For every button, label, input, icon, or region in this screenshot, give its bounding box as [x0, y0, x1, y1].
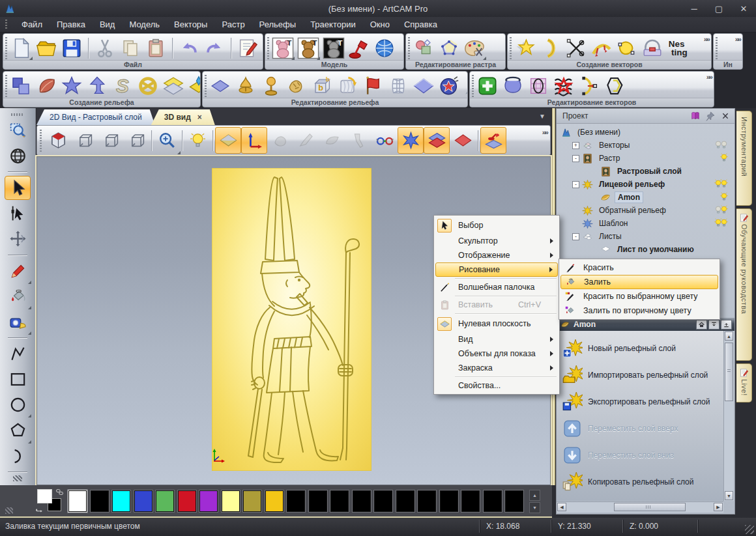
measure-button[interactable] [5, 310, 31, 334]
arrowcube-blue-icon[interactable] [86, 75, 108, 97]
tree-item-Растровый слой[interactable]: Растровый слой [557, 165, 734, 178]
close-panel-icon[interactable] [720, 111, 731, 121]
collapse-icon[interactable]: - [572, 233, 579, 240]
notes-icon[interactable] [237, 37, 259, 59]
fold-gold-icon[interactable] [188, 75, 201, 97]
menu-Вид[interactable]: Вид [93, 18, 123, 31]
tab-list-dropdown-icon[interactable]: ▼ [539, 113, 545, 120]
menubar-drag-handle[interactable] [5, 20, 7, 30]
group-drag-handle[interactable] [408, 37, 410, 59]
cube-wire-button[interactable] [71, 127, 97, 154]
menu-Правка[interactable]: Правка [50, 18, 93, 31]
palette-swatch-4[interactable] [156, 490, 174, 512]
leaf-red-icon[interactable] [35, 75, 57, 97]
group-drag-handle[interactable] [510, 37, 512, 59]
sphere-wire-icon[interactable] [373, 37, 396, 59]
palette-scroll-down-icon[interactable]: ▼ [529, 502, 540, 513]
pencil-red-button[interactable] [5, 259, 31, 283]
scroll-right-icon[interactable]: ▶ [714, 503, 723, 511]
collapse-icon[interactable]: - [572, 155, 579, 162]
palette-swatch-3[interactable] [134, 490, 153, 512]
palette-swatch-14[interactable] [374, 490, 392, 512]
toolbar-drag-handle[interactable] [40, 130, 42, 152]
swap-colors-icon[interactable] [35, 505, 44, 513]
palette-swatch-2[interactable] [112, 490, 130, 512]
scissors-x-icon[interactable] [565, 37, 587, 59]
palette-swatch-16[interactable] [418, 490, 436, 512]
cursor-button[interactable] [5, 176, 31, 200]
visibility-toggle[interactable] [718, 139, 729, 150]
lamp-view-button[interactable] [480, 127, 506, 154]
plane-gold-btn-button[interactable] [215, 127, 241, 154]
maximize-button[interactable]: ▢ [712, 4, 726, 14]
fountain-gold-icon[interactable] [235, 75, 257, 97]
hands-gold-icon[interactable] [285, 75, 308, 97]
palette-swatch-10[interactable] [287, 490, 305, 512]
plane-blue-lg-icon[interactable] [413, 75, 435, 97]
side-tab-Live![interactable]: Live! [736, 363, 752, 402]
squares-blue-icon[interactable] [10, 75, 32, 97]
letter-s-icon[interactable]: S [111, 75, 134, 97]
visibility-toggle[interactable] [718, 205, 729, 215]
bear-dark-icon[interactable]: T [323, 37, 345, 59]
rect-tool-button[interactable] [5, 367, 31, 391]
undo-icon[interactable] [178, 37, 200, 59]
tree-item-Лист по умолчанию[interactable]: Лист по умолчанию [557, 243, 734, 256]
palette-swatch-8[interactable] [243, 490, 261, 512]
close-button[interactable]: ✕ [736, 4, 751, 14]
palette-swatch-0[interactable] [68, 490, 87, 512]
save-icon[interactable] [61, 37, 83, 59]
scrollbar-thumb[interactable] [725, 343, 733, 401]
knot-gold-icon[interactable] [137, 75, 159, 97]
group-drag-handle[interactable] [5, 75, 7, 97]
cube-wire3-button[interactable] [123, 127, 149, 154]
command-Импортировать рельефный слой[interactable]: Импортировать рельефный слой [562, 361, 723, 388]
menu-item-Красить[interactable]: Красить [560, 261, 718, 275]
command-Копировать рельефный слой[interactable]: Копировать рельефный слой [562, 468, 723, 495]
flag-red-icon[interactable] [362, 75, 384, 97]
minimize-button[interactable]: ─ [687, 4, 701, 14]
menu-item-Рисование[interactable]: Рисование [435, 262, 558, 277]
resize-grip[interactable] [13, 475, 22, 481]
dock-up-button[interactable] [721, 320, 732, 330]
glasses-button[interactable] [371, 127, 398, 154]
node-cursor-button[interactable] [5, 201, 31, 225]
sphere-star-icon[interactable] [438, 75, 460, 97]
palette-swatch-20[interactable] [505, 490, 523, 512]
bear-brown-icon[interactable]: T [297, 37, 319, 59]
polyline-arrows-icon[interactable] [590, 37, 613, 59]
palette-swatch-7[interactable] [222, 490, 240, 512]
open-folder-icon[interactable] [35, 37, 57, 59]
menu-item-Отображение[interactable]: Отображение [435, 248, 558, 262]
tree-item-Обратный рельеф[interactable]: Обратный рельеф [557, 204, 734, 217]
palette-swatch-5[interactable] [178, 490, 196, 512]
expand-icon[interactable]: + [572, 142, 579, 149]
palette-swatch-6[interactable] [199, 490, 218, 512]
offset-outline-icon[interactable] [603, 75, 626, 97]
toolbar-overflow-icon[interactable]: »» [542, 128, 547, 136]
palette-swatch-12[interactable] [330, 490, 349, 512]
menu-item-Залить по вторичному цвету[interactable]: Залить по вторичному цвету [560, 303, 718, 318]
planes-stack-button[interactable] [424, 127, 450, 154]
visibility-toggle[interactable] [718, 218, 729, 228]
toolbar-drag-handle[interactable] [11, 113, 24, 116]
scrollbar-thumb[interactable] [614, 503, 686, 511]
blob-yellow-icon[interactable] [616, 37, 638, 59]
menu-item-Нулевая плоскость[interactable]: Нулевая плоскость [435, 315, 558, 332]
scroll-left-icon[interactable]: ◀ [557, 503, 566, 511]
menu-item-Залить[interactable]: Залить [560, 275, 718, 289]
circle-tool-button[interactable] [5, 393, 31, 417]
menu-item-Объекты для показа[interactable]: Объекты для показа [435, 346, 558, 361]
arc-nodes-icon[interactable] [578, 75, 600, 97]
dock-down-button[interactable] [708, 320, 720, 330]
menu-Векторы[interactable]: Векторы [167, 18, 214, 31]
palette-scroll-up-icon[interactable]: ▲ [529, 490, 540, 501]
star-blue3d-icon[interactable] [61, 75, 83, 97]
tree-item-Листы[interactable]: -Листы [557, 230, 734, 243]
view-tab-2D Вид - Растровый слой[interactable]: 2D Вид - Растровый слой [36, 109, 155, 125]
menu-Рельефы[interactable]: Рельефы [252, 18, 304, 31]
new-page-icon[interactable] [10, 37, 32, 59]
resize-grip[interactable] [5, 507, 13, 514]
palette-swatch-13[interactable] [353, 490, 371, 512]
palette-swatch-1[interactable] [91, 490, 109, 512]
